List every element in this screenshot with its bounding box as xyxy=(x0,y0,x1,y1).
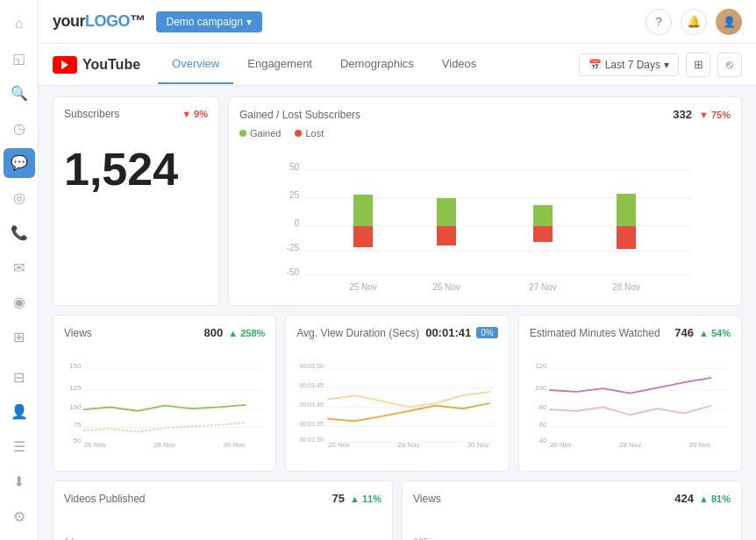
topbar: yourLOGO™ Demo campaign ▾ ? 🔔 👤 xyxy=(39,0,756,44)
lost-legend-dot xyxy=(295,130,302,137)
campaign-button[interactable]: Demo campaign ▾ xyxy=(156,11,262,32)
svg-text:00:01:40: 00:01:40 xyxy=(300,401,325,408)
bar-lost-3 xyxy=(533,226,553,242)
app-logo: yourLOGO™ xyxy=(53,12,146,31)
svg-text:50: 50 xyxy=(74,437,82,444)
chart-legend: Gained Lost xyxy=(239,128,731,139)
gained-lost-title: Gained / Lost Subscribers xyxy=(239,109,360,121)
svg-text:100: 100 xyxy=(535,384,547,392)
svg-text:25: 25 xyxy=(289,190,300,200)
date-filter: 📅 Last 7 Days ▾ ⊞ ⎋ xyxy=(579,53,742,77)
svg-text:150: 150 xyxy=(69,362,82,370)
sidebar-item-profile[interactable]: ◎ xyxy=(4,183,35,213)
sidebar-item-search[interactable]: 🔍 xyxy=(4,78,35,108)
svg-text:28 Nov: 28 Nov xyxy=(612,282,640,292)
calendar-icon: 📅 xyxy=(588,59,602,71)
views-chart: 150 125 100 75 50 26 Nov 28 Nov 30 Nov xyxy=(64,346,265,460)
bar-gained-1 xyxy=(353,195,373,226)
avg-duration-card: Avg. View Duration (Secs) 00:01:41 0% 00… xyxy=(285,315,509,472)
videos-published-title: Videos Published xyxy=(64,493,146,505)
sidebar-item-settings[interactable]: ⚙ xyxy=(4,501,35,531)
svg-text:75: 75 xyxy=(74,421,82,429)
sidebar-item-users[interactable]: 👤 xyxy=(4,397,35,427)
sidebar-item-filter[interactable]: ⬇ xyxy=(4,467,35,497)
views-line-1 xyxy=(83,405,246,411)
help-button[interactable]: ? xyxy=(645,9,672,35)
svg-text:50: 50 xyxy=(289,162,300,172)
svg-text:120: 120 xyxy=(535,362,547,370)
tab-videos[interactable]: Videos xyxy=(428,45,491,84)
svg-text:25 Nov: 25 Nov xyxy=(349,282,377,292)
gained-lost-badge: ▼ 75% xyxy=(699,110,731,120)
svg-text:26 Nov: 26 Nov xyxy=(549,441,571,449)
tab-engagement[interactable]: Engagement xyxy=(233,45,326,84)
sidebar-item-list[interactable]: ☰ xyxy=(4,432,35,462)
svg-text:30 Nov: 30 Nov xyxy=(688,441,710,449)
tab-overview[interactable]: Overview xyxy=(158,45,233,84)
notifications-button[interactable]: 🔔 xyxy=(681,9,707,35)
gained-legend-label: Gained xyxy=(250,128,281,139)
gained-legend-dot xyxy=(239,130,246,137)
sidebar-item-location[interactable]: ◉ xyxy=(4,288,35,317)
avg-duration-value: 00:01:41 xyxy=(425,326,471,339)
bar-lost-1 xyxy=(353,226,373,247)
bar-gained-3 xyxy=(533,205,553,226)
videos-published-value: 75 xyxy=(332,492,345,505)
row-3: Videos Published 75 ▲ 11% 14 Views xyxy=(53,480,742,540)
views-title: Views xyxy=(64,327,92,339)
svg-text:100: 100 xyxy=(69,403,82,411)
svg-text:30 Nov: 30 Nov xyxy=(467,441,489,449)
lost-legend-label: Lost xyxy=(305,128,324,139)
sidebar-item-document[interactable]: ⊟ xyxy=(4,362,35,392)
sidebar: ⌂ ◱ 🔍 ◷ 💬 ◎ 📞 ✉ ◉ ⊞ ⊟ 👤 ☰ ⬇ ⚙ xyxy=(0,0,39,540)
sidebar-item-mail[interactable]: ✉ xyxy=(4,252,35,282)
svg-text:27 Nov: 27 Nov xyxy=(529,282,557,292)
youtube-logo: YouTube xyxy=(53,56,140,74)
svg-text:00:01:30: 00:01:30 xyxy=(300,437,325,443)
tab-demographics[interactable]: Demographics xyxy=(326,45,428,84)
subscribers-card: Subscribers ▼ 9% 1,524 xyxy=(53,96,219,306)
columns-icon-button[interactable]: ⊞ xyxy=(686,53,710,77)
views-bottom-badge: ▲ 81% xyxy=(699,494,731,504)
gained-lost-value: 332 xyxy=(673,108,692,121)
videos-published-card: Videos Published 75 ▲ 11% 14 xyxy=(53,480,393,540)
videos-y-start: 14 xyxy=(64,536,75,540)
svg-text:26 Nov: 26 Nov xyxy=(84,441,106,449)
sidebar-item-phone[interactable]: 📞 xyxy=(4,217,35,247)
user-avatar[interactable]: 👤 xyxy=(716,9,742,35)
est-minutes-card: Estimated Minutes Watched 746 ▲ 54% 120 … xyxy=(518,315,742,472)
sidebar-item-chat[interactable]: 💬 xyxy=(4,148,35,178)
svg-text:-25: -25 xyxy=(287,243,300,252)
date-range-button[interactable]: 📅 Last 7 Days ▾ xyxy=(579,53,679,76)
est-minutes-badge: ▲ 54% xyxy=(699,328,731,338)
bar-gained-4 xyxy=(617,194,636,226)
views-card: Views 800 ▲ 258% 150 125 100 75 50 xyxy=(53,315,276,472)
sidebar-item-clock[interactable]: ◷ xyxy=(4,113,35,143)
page-content: YouTube Overview Engagement Demographics… xyxy=(39,44,756,540)
sidebar-item-home[interactable]: ⌂ xyxy=(4,9,35,39)
est-minutes-value: 746 xyxy=(674,326,694,339)
est-minutes-chart: 120 100 80 60 40 26 Nov xyxy=(530,346,731,460)
svg-text:0: 0 xyxy=(294,218,299,228)
svg-text:00:01:35: 00:01:35 xyxy=(300,421,325,427)
views-bottom-value: 424 xyxy=(674,492,694,505)
youtube-title: YouTube xyxy=(82,57,140,73)
tabs: Overview Engagement Demographics Videos xyxy=(158,45,490,84)
est-minutes-line-1 xyxy=(549,378,711,394)
svg-text:28 Nov: 28 Nov xyxy=(398,441,420,449)
gained-lost-chart: 50 25 0 -25 -50 xyxy=(239,146,731,295)
dashboard: Subscribers ▼ 9% 1,524 Gained / Lost Sub… xyxy=(39,86,756,540)
main-area: yourLOGO™ Demo campaign ▾ ? 🔔 👤 YouTube … xyxy=(39,0,756,540)
share-icon-button[interactable]: ⎋ xyxy=(717,53,742,77)
est-minutes-title: Estimated Minutes Watched xyxy=(530,327,660,339)
gained-lost-card: Gained / Lost Subscribers 332 ▼ 75% Gain… xyxy=(228,96,742,306)
sidebar-item-analytics[interactable]: ◱ xyxy=(4,44,35,74)
svg-text:26 Nov: 26 Nov xyxy=(432,282,460,292)
svg-text:-50: -50 xyxy=(287,267,300,277)
avg-duration-chart: 00:01:50 00:01:45 00:01:40 00:01:35 00:0… xyxy=(296,346,497,460)
subscribers-badge: ▼ 9% xyxy=(182,109,208,119)
tab-bar: YouTube Overview Engagement Demographics… xyxy=(39,44,756,86)
sidebar-item-cart[interactable]: ⊞ xyxy=(4,323,35,352)
subscribers-value: 1,524 xyxy=(64,146,208,192)
views-badge: ▲ 258% xyxy=(228,328,265,338)
